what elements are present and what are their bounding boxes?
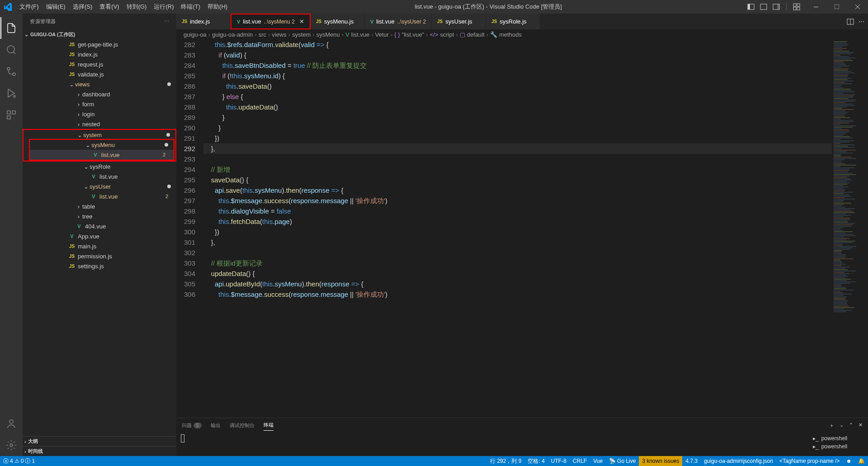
menu-help[interactable]: 帮助(H) <box>204 0 231 14</box>
folder-system[interactable]: ⌄system <box>24 130 175 140</box>
extensions-icon[interactable] <box>0 104 22 126</box>
panel-tab-terminal[interactable]: 终端 <box>264 420 274 431</box>
maximize-panel-icon[interactable]: ⌃ <box>849 422 853 429</box>
timeline-section[interactable]: ›时间线 <box>23 446 176 456</box>
js-icon: JS <box>68 254 76 259</box>
js-icon: JS <box>68 52 76 57</box>
tab-sysrole-js[interactable]: JSsysRole.js <box>486 14 540 29</box>
status-feedback-icon[interactable]: ☻ <box>843 456 855 466</box>
toggle-panel-left-icon[interactable] <box>745 1 756 12</box>
file-permission-js[interactable]: JSpermission.js <box>23 251 176 261</box>
modified-dot-icon <box>167 185 171 188</box>
search-icon[interactable] <box>0 39 22 61</box>
toggle-panel-right-icon[interactable] <box>771 1 782 12</box>
file-validate-js[interactable]: JSvalidate.js <box>23 69 176 79</box>
folder-table[interactable]: ›table <box>23 201 176 211</box>
wrench-icon: 🔧 <box>490 31 497 38</box>
terminal-item-1[interactable]: ▸_powershell <box>813 434 864 442</box>
minimap[interactable] <box>832 39 868 418</box>
status-lang[interactable]: Vue <box>590 456 606 466</box>
panel-tab-problems[interactable]: 问题5 <box>182 420 202 431</box>
close-panel-icon[interactable]: ✕ <box>859 422 863 429</box>
js-icon: JS <box>491 19 497 24</box>
settings-gear-icon[interactable] <box>0 434 22 456</box>
file-settings-js[interactable]: JSsettings.js <box>23 261 176 271</box>
folder-form[interactable]: ›form <box>23 99 176 109</box>
layout-controls <box>745 1 806 12</box>
breadcrumb[interactable]: guigu-oa› guigu-oa-admin› src› views› sy… <box>176 29 868 39</box>
folder-nested[interactable]: ›nested <box>23 119 176 129</box>
file-get-page-title[interactable]: JSget-page-title.js <box>23 39 176 49</box>
file-app-vue[interactable]: VApp.vue <box>23 231 176 241</box>
folder-sysmenu[interactable]: ⌄sysMenu <box>30 140 174 150</box>
customize-layout-icon[interactable] <box>791 1 802 12</box>
folder-sysrole[interactable]: ⌄sysRole <box>23 162 176 171</box>
status-ln-col[interactable]: 行 292，列 9 <box>487 456 524 466</box>
explorer-more-icon[interactable]: ⋯ <box>164 19 170 24</box>
status-tag-format[interactable]: <TagName prop-name /> <box>776 456 843 466</box>
terminal-icon: ▸_ <box>813 435 819 442</box>
file-main-js[interactable]: JSmain.js <box>23 241 176 251</box>
file-sysmenu-list-vue[interactable]: Vlist.vue2 <box>30 150 174 160</box>
file-sysrole-list-vue[interactable]: Vlist.vue <box>23 171 176 181</box>
menu-terminal[interactable]: 终端(T) <box>177 0 204 14</box>
outline-section[interactable]: ›大纲 <box>23 436 176 446</box>
status-issues[interactable]: 3 known issues <box>639 456 682 466</box>
status-golive[interactable]: 📡Go Live <box>606 456 639 466</box>
code-editor[interactable]: 2822832842852862872882892902912922932942… <box>176 39 868 418</box>
folder-sysuser[interactable]: ⌄sysUser <box>23 181 176 191</box>
minimize-button[interactable] <box>806 0 826 14</box>
file-sysuser-list-vue[interactable]: Vlist.vue2 <box>23 191 176 201</box>
tab-index-js[interactable]: JSindex.js <box>176 14 231 29</box>
file-request-js[interactable]: JSrequest.js <box>23 59 176 69</box>
tab-list-vue-sysuser[interactable]: Vlist.vue..\sysUser 2 <box>365 14 432 29</box>
folder-views[interactable]: ⌄views <box>23 79 176 89</box>
status-errors[interactable]: ⓧ4⚠0ⓘ1 <box>0 456 38 466</box>
menu-select[interactable]: 选择(S) <box>69 0 96 14</box>
problem-badge: 2 <box>163 194 171 199</box>
more-actions-icon[interactable]: ⋯ <box>859 18 864 25</box>
menu-run[interactable]: 运行(R) <box>150 0 177 14</box>
project-name: GUIGU-OA (工作区) <box>30 31 75 38</box>
terminal-content[interactable] <box>176 433 809 456</box>
source-control-icon[interactable] <box>0 61 22 82</box>
close-tab-icon[interactable]: ✕ <box>299 18 304 25</box>
menu-view[interactable]: 查看(V) <box>96 0 123 14</box>
panel-tab-debug[interactable]: 调试控制台 <box>230 420 255 431</box>
tab-sysuser-js[interactable]: JSsysUser.js <box>432 14 486 29</box>
svg-point-11 <box>7 46 14 53</box>
cube-icon: ▢ <box>460 31 465 38</box>
run-debug-icon[interactable] <box>0 82 22 104</box>
menu-edit[interactable]: 编辑(E) <box>42 0 69 14</box>
panel-tab-output[interactable]: 输出 <box>211 420 221 431</box>
close-button[interactable] <box>847 0 868 14</box>
folder-login[interactable]: ›login <box>23 109 176 119</box>
code-content[interactable]: this.$refs.dataForm.validate(valid => { … <box>203 39 832 418</box>
folder-dashboard[interactable]: ›dashboard <box>23 89 176 99</box>
chevron-right-icon: › <box>75 203 82 210</box>
sidebar-header: 资源管理器 ⋯ <box>23 14 176 29</box>
maximize-button[interactable] <box>826 0 847 14</box>
toggle-panel-bottom-icon[interactable] <box>758 1 769 12</box>
status-bar: ⓧ4⚠0ⓘ1 行 292，列 9 空格: 4 UTF-8 CRLF Vue 📡G… <box>0 456 868 466</box>
terminal-item-2[interactable]: ▸_powershell <box>813 442 864 451</box>
status-bell-icon[interactable]: 🔔 <box>855 456 868 466</box>
new-terminal-icon[interactable]: ＋ <box>829 422 834 429</box>
menu-file[interactable]: 文件(F) <box>16 0 42 14</box>
status-eol[interactable]: CRLF <box>570 456 590 466</box>
project-section[interactable]: ⌄ GUIGU-OA (工作区) <box>23 29 176 39</box>
tab-list-vue-sysmenu[interactable]: Vlist.vue..\sysMenu 2✕ <box>231 14 311 29</box>
menu-go[interactable]: 转到(G) <box>123 0 151 14</box>
explorer-icon[interactable] <box>0 17 22 39</box>
status-spaces[interactable]: 空格: 4 <box>524 456 547 466</box>
status-encoding[interactable]: UTF-8 <box>548 456 570 466</box>
split-editor-icon[interactable] <box>847 18 854 25</box>
terminal-dropdown-icon[interactable]: ⌄ <box>840 422 844 429</box>
file-index-js[interactable]: JSindex.js <box>23 49 176 59</box>
file-404-vue[interactable]: V404.vue <box>23 221 176 231</box>
folder-tree[interactable]: ›tree <box>23 211 176 221</box>
tab-sysmenu-js[interactable]: JSsysMenu.js <box>311 14 365 29</box>
status-config-path[interactable]: guigu-oa-admin\jsconfig.json <box>701 456 776 466</box>
status-vue-version[interactable]: 4.7.3 <box>682 456 701 466</box>
account-icon[interactable] <box>0 413 22 434</box>
